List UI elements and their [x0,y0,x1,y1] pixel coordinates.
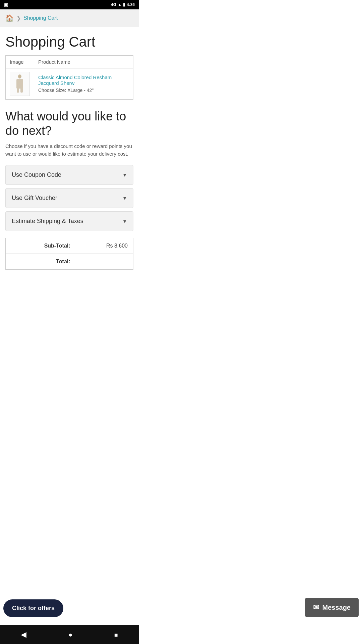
home-icon[interactable]: 🏠 [5,14,14,22]
time: 4:36 [127,2,135,7]
total-label: Total: [6,254,76,270]
gift-voucher-accordion[interactable]: Use Gift Voucher ▼ [5,188,133,208]
coupon-code-label: Use Coupon Code [12,171,61,178]
svg-point-0 [18,74,21,78]
breadcrumb-current: Shopping Cart [23,15,58,21]
coupon-chevron-icon: ▼ [122,172,127,178]
bottom-spacer [5,270,133,317]
page-title: Shopping Cart [5,34,133,50]
sim-icon: ▣ [4,2,8,7]
product-image-cell [6,68,34,100]
status-bar: ▣ 4G ▲ ▮ 4:36 [0,0,139,9]
gift-chevron-icon: ▼ [122,196,127,201]
status-icons: 4G ▲ ▮ 4:36 [111,2,135,7]
main-content: Shopping Cart Image Product Name [0,34,139,317]
subtotal-label: Sub-Total: [6,238,76,254]
col-image: Image [6,56,34,68]
gift-voucher-label: Use Gift Voucher [12,195,57,202]
svg-rect-3 [20,88,23,93]
coupon-code-accordion[interactable]: Use Coupon Code ▼ [5,165,133,185]
product-name-link[interactable]: Classic Almond Colored Resham Jacquard S… [38,74,129,86]
product-table: Image Product Name [5,55,133,100]
totals-table: Sub-Total: Rs 8,600 Total: [5,238,133,270]
product-info-cell: Classic Almond Colored Resham Jacquard S… [34,68,133,100]
section-heading: What would you like to do next? [5,109,133,138]
signal-icon: ▲ [118,2,122,7]
total-value [76,254,133,270]
subtotal-row: Sub-Total: Rs 8,600 [6,238,133,254]
total-row: Total: [6,254,133,270]
network-type: 4G [111,2,116,7]
svg-rect-2 [17,88,19,93]
subtotal-value: Rs 8,600 [76,238,133,254]
product-size: Choose Size: XLarge - 42" [38,88,94,93]
shipping-taxes-label: Estimate Shipping & Taxes [12,218,83,225]
breadcrumb: 🏠 ❯ Shopping Cart [0,9,139,27]
product-thumbnail [10,72,30,96]
shipping-chevron-icon: ▼ [122,219,127,224]
breadcrumb-arrow: ❯ [16,15,21,21]
product-image-svg [14,74,26,94]
shipping-taxes-accordion[interactable]: Estimate Shipping & Taxes ▼ [5,211,133,231]
col-product-name: Product Name [34,56,133,68]
table-row: Classic Almond Colored Resham Jacquard S… [6,68,133,100]
svg-rect-1 [16,79,23,89]
section-subtext: Choose if you have a discount code or re… [5,143,133,158]
battery-icon: ▮ [123,2,125,7]
